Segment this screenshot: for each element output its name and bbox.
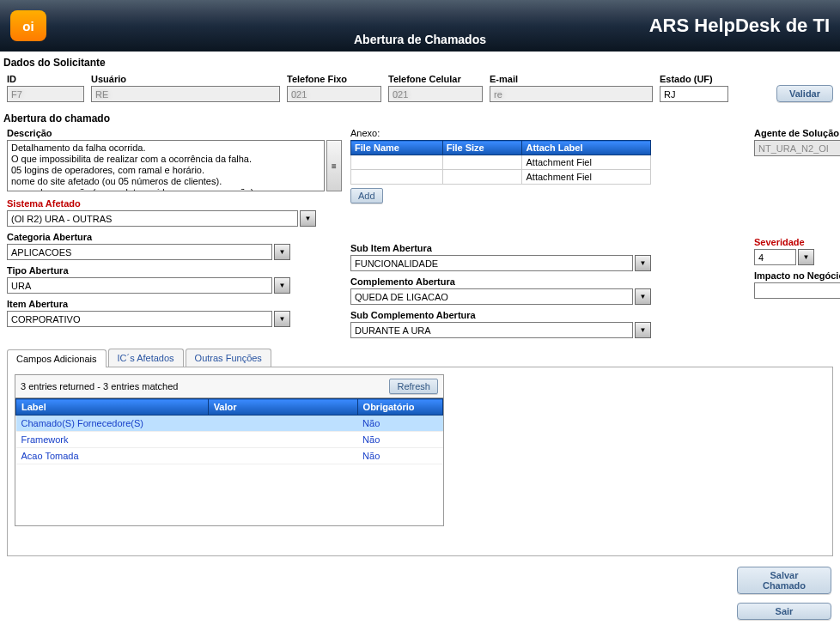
anexo-title: Anexo: [350, 128, 380, 138]
id-label: ID [7, 74, 84, 84]
tel-cel-input[interactable] [388, 86, 483, 102]
subitem-input[interactable] [350, 255, 633, 271]
email-input[interactable] [490, 86, 653, 102]
subcomplemento-dropdown-icon[interactable] [635, 322, 651, 338]
tab-ics-afetados[interactable]: IC´s Afetados [108, 349, 184, 367]
salvar-button[interactable]: Salvar Chamado [737, 567, 831, 594]
item-label: Item Abertura [7, 299, 342, 309]
anexo-col-size: File Size [442, 141, 522, 155]
uf-label: Estado (UF) [660, 74, 728, 84]
email-label: E-mail [490, 74, 653, 84]
results-row[interactable]: Chamado(S) Fornecedore(S) Não [16, 416, 443, 432]
validar-button[interactable]: Validar [776, 85, 833, 102]
tab-campos-adicionais[interactable]: Campos Adicionais [7, 349, 107, 367]
tab-body: 3 entries returned - 3 entries matched R… [7, 367, 833, 556]
subcomplemento-label: Sub Complemento Abertura [350, 310, 651, 320]
anexo-row[interactable]: Attachment Fiel [351, 155, 651, 170]
results-row[interactable]: Framework Não [16, 432, 443, 448]
refresh-button[interactable]: Refresh [389, 379, 438, 394]
uf-input[interactable] [660, 86, 728, 102]
tel-fixo-input[interactable] [287, 86, 381, 102]
complemento-label: Complemento Abertura [350, 276, 651, 287]
app-title: ARS HelpDesk de TI [649, 15, 830, 37]
anexo-add-button[interactable]: Add [350, 188, 383, 203]
sistema-label: Sistema Afetado [7, 198, 342, 209]
tab-outras-funcoes[interactable]: Outras Funções [186, 349, 271, 367]
sair-button[interactable]: Sair [737, 603, 831, 620]
results-table: Label Valor Obrigatório Chamado(S) Forne… [15, 398, 443, 464]
item-input[interactable] [7, 311, 272, 327]
id-input[interactable] [7, 86, 84, 102]
user-input[interactable] [91, 86, 280, 102]
descricao-label: Descrição [7, 128, 342, 138]
descricao-expand-icon[interactable]: ≡ [326, 140, 342, 191]
results-col-valor: Valor [208, 399, 357, 416]
descricao-textarea[interactable] [7, 140, 325, 191]
app-header: Abertura de Chamados ARS HelpDesk de TI [0, 0, 840, 52]
tel-fixo-label: Telefone Fixo [287, 74, 381, 84]
user-label: Usuário [91, 74, 280, 84]
results-row[interactable]: Acao Tomada Não [16, 448, 443, 464]
anexo-col-name: File Name [351, 141, 443, 155]
impacto-label: Impacto no Negócio [754, 270, 840, 281]
tipo-label: Tipo Abertura [7, 265, 342, 276]
tabs-bar: Campos Adicionais IC´s Afetados Outras F… [7, 338, 833, 367]
anexo-col-label: Attach Label [522, 141, 651, 155]
impacto-input[interactable] [754, 282, 840, 299]
section-title-abertura: Abertura do chamado [0, 107, 840, 128]
tel-cel-label: Telefone Celular [388, 74, 483, 84]
complemento-input[interactable] [350, 288, 633, 305]
subcomplemento-input[interactable] [350, 322, 633, 338]
subitem-dropdown-icon[interactable] [635, 255, 651, 271]
severidade-dropdown-icon[interactable] [798, 249, 814, 265]
severidade-input[interactable] [754, 249, 796, 265]
categoria-dropdown-icon[interactable] [274, 244, 290, 260]
tipo-dropdown-icon[interactable] [274, 277, 290, 294]
anexo-table: File Name File Size Attach Label Attachm… [350, 140, 651, 185]
complemento-dropdown-icon[interactable] [635, 288, 651, 305]
agente-label: Agente de Solução [754, 128, 840, 138]
sistema-input[interactable] [7, 210, 298, 227]
anexo-row[interactable]: Attachment Fiel [351, 170, 651, 185]
results-summary: 3 entries returned - 3 entries matched [21, 381, 178, 391]
results-col-obrigatorio: Obrigatório [357, 399, 442, 416]
agente-input[interactable] [754, 140, 840, 156]
categoria-label: Categoria Abertura [7, 232, 342, 242]
page-subtitle: Abertura de Chamados [354, 33, 486, 46]
results-col-label: Label [16, 399, 209, 416]
section-title-solicitante: Dados do Solicitante [0, 52, 840, 72]
item-dropdown-icon[interactable] [274, 311, 290, 327]
brand-logo-icon [10, 10, 46, 41]
sistema-dropdown-icon[interactable] [300, 210, 316, 227]
severidade-label: Severidade [754, 237, 814, 247]
tipo-input[interactable] [7, 277, 272, 294]
subitem-label: Sub Item Abertura [350, 243, 651, 253]
categoria-input[interactable] [7, 244, 272, 260]
